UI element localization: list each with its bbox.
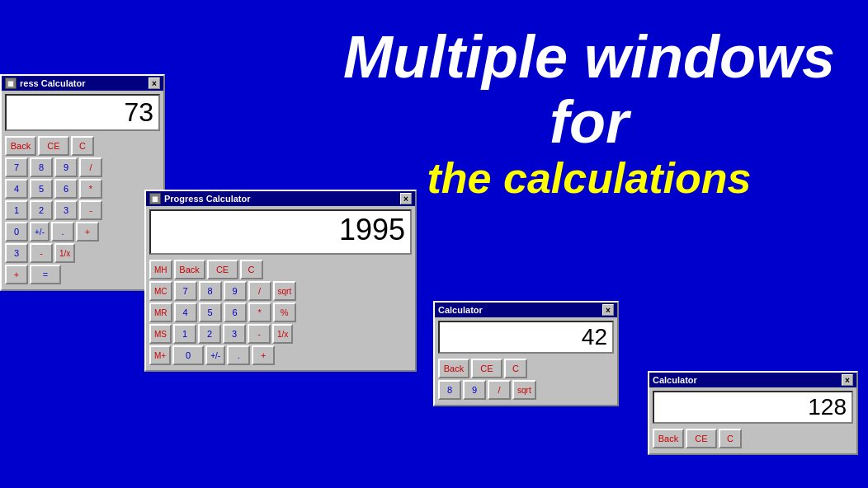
- btn-pm-1[interactable]: +/-: [30, 222, 50, 242]
- btn-row-3-2: 8 9 / sqrt: [438, 380, 614, 400]
- btn-0-1[interactable]: 0: [5, 222, 28, 242]
- btn-ce-1[interactable]: CE: [38, 136, 69, 156]
- titlebar-4: Calculator ×: [649, 373, 856, 387]
- btn-back-2[interactable]: Back: [174, 260, 205, 279]
- titlebar-1: ▦ ress Calculator ×: [2, 76, 163, 91]
- buttons-2: MH Back CE C MC 7 8 9 / sqrt MR 4 5 6 * …: [146, 258, 415, 370]
- display-1: 73: [5, 94, 160, 131]
- promo-line3: the calculations: [343, 155, 835, 202]
- close-button-2[interactable]: ×: [400, 193, 412, 204]
- btn-row-2-5: M+ 0 +/- . +: [149, 345, 412, 365]
- btn-dot-1[interactable]: .: [51, 222, 74, 242]
- btn-c-2[interactable]: C: [240, 260, 263, 279]
- btn-add-1[interactable]: +: [76, 222, 99, 242]
- btn-add-2[interactable]: +: [252, 345, 275, 365]
- btn-7-2[interactable]: 7: [174, 281, 197, 301]
- promo-line1: Multiple windows: [343, 25, 835, 90]
- btn-9-2[interactable]: 9: [224, 281, 247, 301]
- btn-8-1[interactable]: 8: [30, 157, 53, 177]
- title-label-2: Progress Calculator: [164, 194, 251, 204]
- btn-mh-2[interactable]: MH: [149, 260, 172, 279]
- btn-back-3[interactable]: Back: [438, 359, 469, 378]
- display-3: 42: [438, 321, 614, 354]
- btn-4-1[interactable]: 4: [5, 179, 28, 199]
- btn-3b-1[interactable]: 3: [5, 243, 28, 263]
- title-icon-1: ▦: [5, 77, 17, 89]
- btn-sub-1[interactable]: -: [79, 200, 102, 220]
- btn-dot-2[interactable]: .: [227, 345, 250, 365]
- btn-sub-2[interactable]: -: [248, 324, 271, 344]
- btn-8-3[interactable]: 8: [438, 380, 461, 400]
- btn-row-1-5: 0 +/- . +: [5, 222, 160, 242]
- btn-0-2[interactable]: 0: [172, 345, 204, 365]
- btn-1-2[interactable]: 1: [173, 324, 196, 344]
- calculator-window-2: ▦ Progress Calculator × 1995 MH Back CE …: [144, 190, 417, 372]
- btn-2-1[interactable]: 2: [30, 200, 53, 220]
- btn-div-1[interactable]: /: [79, 157, 102, 177]
- btn-c-1[interactable]: C: [71, 136, 94, 156]
- title-label-4: Calculator: [653, 375, 697, 385]
- buttons-1: Back CE C 7 8 9 / 4 5 6 * 1 2 3 - 0 +/- …: [2, 134, 163, 289]
- btn-sqrt-3[interactable]: sqrt: [512, 380, 536, 400]
- btn-8-2[interactable]: 8: [199, 281, 222, 301]
- close-button-3[interactable]: ×: [602, 304, 614, 316]
- btn-3-2[interactable]: 3: [223, 324, 246, 344]
- btn-5-1[interactable]: 5: [30, 179, 53, 199]
- btn-6-1[interactable]: 6: [54, 179, 78, 199]
- btn-mul-2[interactable]: *: [248, 303, 271, 322]
- btn-c-4[interactable]: C: [719, 429, 742, 448]
- btn-2-2[interactable]: 2: [198, 324, 221, 344]
- btn-ce-3[interactable]: CE: [471, 359, 502, 378]
- title-label-1: ress Calculator: [20, 78, 85, 88]
- btn-1-1[interactable]: 1: [5, 200, 28, 220]
- title-icon-2: ▦: [149, 193, 161, 204]
- btn-row-1-6: 3 - 1/x: [5, 243, 160, 263]
- btn-inv-1[interactable]: 1/x: [54, 243, 75, 263]
- btn-pm-2[interactable]: +/-: [205, 345, 225, 365]
- btn-9-3[interactable]: 9: [463, 380, 486, 400]
- btn-5-2[interactable]: 5: [199, 303, 222, 322]
- btn-sqrt-2[interactable]: sqrt: [273, 281, 297, 301]
- buttons-3: Back CE C 8 9 / sqrt: [435, 357, 617, 405]
- btn-c-3[interactable]: C: [504, 359, 527, 378]
- btn-inv-2[interactable]: 1/x: [272, 324, 293, 344]
- btn-row-2-1: MH Back CE C: [149, 260, 412, 279]
- btn-row-2-4: MS 1 2 3 - 1/x: [149, 324, 412, 344]
- close-button-4[interactable]: ×: [842, 374, 853, 386]
- promo-text: Multiple windows for the calculations: [343, 25, 835, 203]
- calculator-window-4: Calculator × 128 Back CE C: [648, 371, 858, 455]
- calculator-window-3: Calculator × 42 Back CE C 8 9 / sqrt: [433, 301, 619, 406]
- btn-mul-1[interactable]: *: [79, 179, 102, 199]
- btn-mc-2[interactable]: MC: [149, 281, 172, 301]
- btn-row-2-2: MC 7 8 9 / sqrt: [149, 281, 412, 301]
- btn-row-1-1: Back CE C: [5, 136, 160, 156]
- btn-add2-1[interactable]: +: [5, 265, 28, 284]
- btn-pct-2[interactable]: %: [273, 303, 296, 322]
- btn-madd-2[interactable]: M+: [149, 345, 171, 365]
- btn-mr-2[interactable]: MR: [149, 303, 172, 322]
- btn-row-1-4: 1 2 3 -: [5, 200, 160, 220]
- btn-div-2[interactable]: /: [248, 281, 271, 301]
- btn-row-1-3: 4 5 6 *: [5, 179, 160, 199]
- btn-back-1[interactable]: Back: [5, 136, 36, 156]
- btn-ms-2[interactable]: MS: [149, 324, 172, 344]
- btn-sub2-1[interactable]: -: [30, 243, 53, 263]
- btn-back-4[interactable]: Back: [653, 429, 684, 448]
- btn-9-1[interactable]: 9: [54, 157, 78, 177]
- btn-row-4-1: Back CE C: [653, 429, 853, 448]
- btn-row-3-1: Back CE C: [438, 359, 614, 378]
- btn-3-1[interactable]: 3: [54, 200, 78, 220]
- btn-4-2[interactable]: 4: [174, 303, 197, 322]
- btn-ce-2[interactable]: CE: [207, 260, 238, 279]
- close-button-1[interactable]: ×: [149, 77, 160, 89]
- btn-6-2[interactable]: 6: [224, 303, 247, 322]
- btn-7-1[interactable]: 7: [5, 157, 28, 177]
- btn-row-1-2: 7 8 9 /: [5, 157, 160, 177]
- titlebar-3: Calculator ×: [435, 303, 617, 317]
- btn-div-3[interactable]: /: [488, 380, 511, 400]
- titlebar-2: ▦ Progress Calculator ×: [146, 191, 415, 206]
- display-2: 1995: [149, 209, 412, 255]
- promo-line2: for: [343, 90, 835, 155]
- btn-ce-4[interactable]: CE: [686, 429, 717, 448]
- btn-eq-1[interactable]: =: [30, 265, 61, 284]
